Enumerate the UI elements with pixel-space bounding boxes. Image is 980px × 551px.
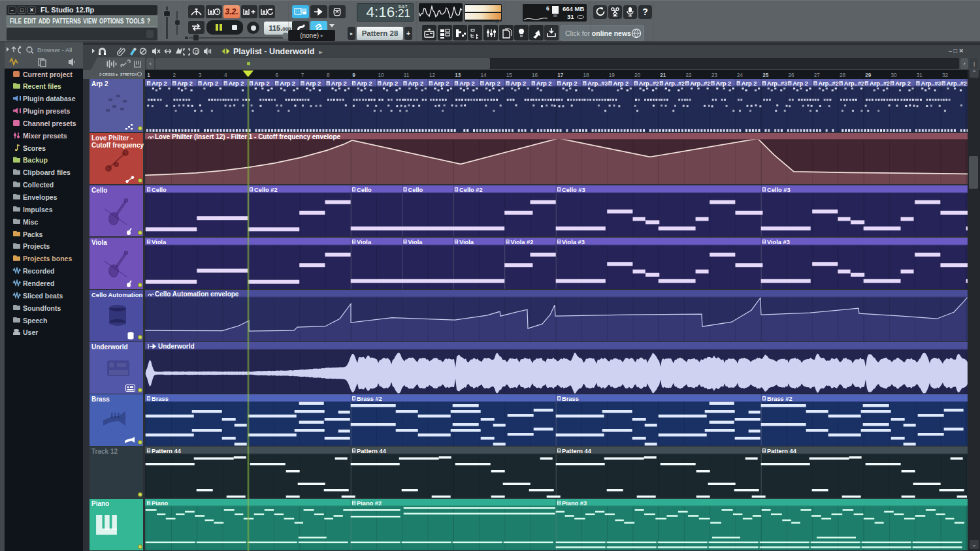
svg-text:Arp 2: Arp 2	[613, 80, 629, 87]
svg-text:Arp 2: Arp 2	[177, 80, 193, 87]
svg-text:27: 27	[814, 72, 821, 78]
svg-text:Browser - All: Browser - All	[37, 46, 72, 54]
svg-text:Arp 2: Arp 2	[562, 80, 578, 87]
svg-text:Pattern 44: Pattern 44	[767, 448, 797, 454]
svg-text:Arp 2: Arp 2	[357, 80, 372, 87]
svg-text:Cello: Cello	[152, 186, 167, 193]
svg-text:Arp 2: Arp 2	[254, 80, 270, 87]
svg-text:Arp..#2: Arp..#2	[844, 80, 864, 87]
svg-text:Arp..#3: Arp..#3	[767, 80, 787, 87]
svg-text:17: 17	[557, 72, 564, 78]
svg-text:Arp 2: Arp 2	[511, 80, 527, 87]
svg-text:Arp 2: Arp 2	[152, 80, 167, 87]
svg-text:Viola: Viola	[152, 238, 167, 245]
svg-text:Arp..#2: Arp..#2	[639, 80, 659, 87]
svg-text:32: 32	[942, 72, 949, 78]
svg-text:30: 30	[891, 72, 898, 78]
svg-text:Arp..#2: Arp..#2	[870, 80, 890, 87]
svg-text:31: 31	[917, 72, 923, 78]
svg-text:Piano: Piano	[152, 500, 169, 507]
svg-text:Arp 2: Arp 2	[280, 80, 295, 87]
svg-text:Arp 2: Arp 2	[306, 80, 321, 87]
svg-text:Q: Q	[195, 50, 199, 55]
svg-text:Arp 2: Arp 2	[229, 80, 244, 87]
svg-text:Arp 2: Arp 2	[742, 80, 757, 87]
svg-text:?: ?	[642, 7, 648, 17]
svg-text:Cello #2: Cello #2	[459, 186, 483, 193]
svg-text:Viola #2: Viola #2	[511, 238, 534, 245]
svg-text:16: 16	[532, 72, 538, 78]
svg-text:12: 12	[429, 72, 436, 78]
svg-text:13: 13	[455, 72, 461, 78]
svg-text:Arp 2: Arp 2	[792, 80, 808, 87]
svg-text:Piano #3: Piano #3	[562, 500, 587, 507]
svg-text:Underworld: Underworld	[158, 343, 194, 350]
svg-text:23: 23	[711, 72, 718, 78]
svg-text:1: 1	[147, 72, 150, 78]
svg-text:20: 20	[634, 72, 641, 78]
svg-text:Brass: Brass	[152, 396, 169, 402]
svg-text:Arp 2: Arp 2	[459, 80, 475, 87]
svg-text:Arp..#2: Arp..#2	[690, 80, 710, 87]
svg-text:Cello #3: Cello #3	[767, 186, 791, 193]
svg-text:Arp 2: Arp 2	[382, 80, 398, 87]
svg-text:10: 10	[378, 72, 385, 78]
svg-text:Viola: Viola	[357, 238, 372, 245]
svg-text:Arp 2: Arp 2	[485, 80, 500, 87]
svg-text:14: 14	[481, 72, 487, 78]
svg-text:Arp..#3: Arp..#3	[921, 80, 941, 87]
svg-text:Arp..#2: Arp..#2	[664, 80, 685, 87]
svg-text:9: 9	[352, 72, 355, 78]
svg-text:21: 21	[660, 72, 666, 78]
svg-text:19: 19	[609, 72, 615, 78]
svg-text:28: 28	[840, 72, 846, 78]
svg-text:Pattern 44: Pattern 44	[152, 448, 182, 454]
svg-text:Pattern 44: Pattern 44	[357, 448, 387, 454]
svg-text:Arp..#2: Arp..#2	[947, 80, 967, 87]
svg-text:25: 25	[762, 72, 769, 78]
svg-text:Brass #2: Brass #2	[357, 396, 382, 402]
svg-text:Arp 2: Arp 2	[715, 80, 731, 87]
svg-text:29: 29	[865, 72, 872, 78]
svg-text:22: 22	[686, 72, 693, 78]
svg-text:3: 3	[199, 72, 202, 78]
svg-text:6: 6	[275, 72, 278, 78]
svg-text:Arp 2: Arp 2	[203, 80, 219, 87]
svg-text:18: 18	[583, 72, 590, 78]
svg-text:Arp 2: Arp 2	[895, 80, 911, 87]
svg-text:2: 2	[172, 72, 176, 78]
svg-text:Arp 2: Arp 2	[434, 80, 449, 87]
svg-text:Arp..#3: Arp..#3	[587, 80, 608, 87]
svg-text:Cello #3: Cello #3	[562, 186, 585, 193]
svg-text:Cello: Cello	[357, 186, 372, 193]
svg-text:Cello: Cello	[408, 186, 423, 193]
svg-text:Viola: Viola	[459, 238, 474, 245]
svg-text:15: 15	[506, 72, 513, 78]
svg-text:Pattern 44: Pattern 44	[562, 448, 592, 454]
svg-text:Arp 2: Arp 2	[408, 80, 424, 87]
svg-text:4: 4	[224, 72, 227, 78]
svg-text:Viola: Viola	[408, 238, 423, 245]
svg-text:Brass: Brass	[562, 396, 579, 402]
svg-text:Cello #2: Cello #2	[254, 186, 278, 193]
svg-text:7: 7	[301, 72, 304, 78]
svg-text:8: 8	[327, 72, 330, 78]
svg-text:Arp 2: Arp 2	[331, 80, 347, 87]
svg-text:Piano #2: Piano #2	[357, 500, 382, 507]
svg-text:Brass #2: Brass #2	[767, 396, 792, 402]
svg-text:11: 11	[404, 72, 410, 78]
svg-text:26: 26	[789, 72, 795, 78]
svg-text:Arp..#2: Arp..#2	[818, 80, 838, 87]
svg-text:Cello Automation envelope: Cello Automation envelope	[155, 291, 239, 298]
svg-text:Viola #3: Viola #3	[562, 238, 585, 245]
svg-text:24: 24	[737, 72, 743, 78]
svg-text:Viola #3: Viola #3	[767, 238, 790, 245]
svg-text:Arp 2: Arp 2	[536, 80, 552, 87]
